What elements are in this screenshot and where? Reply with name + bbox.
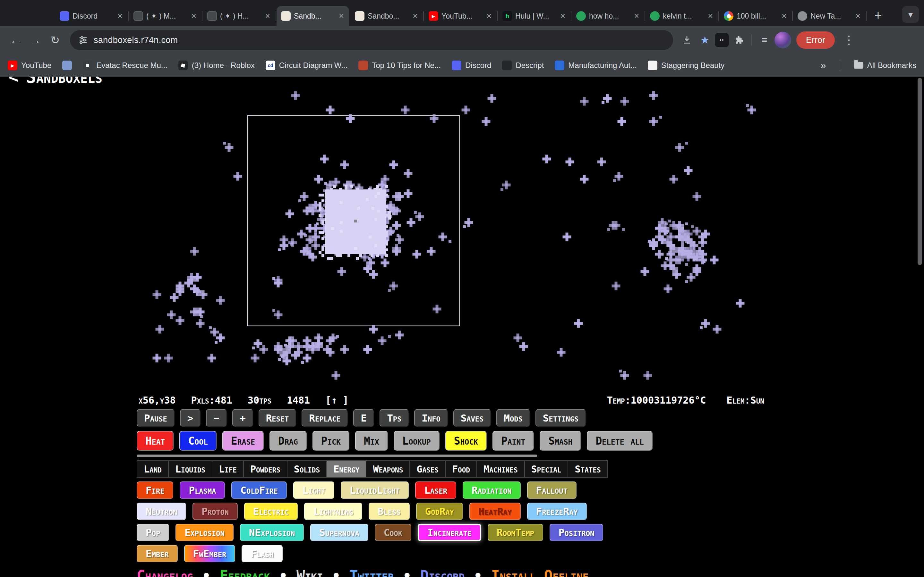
window-chevron-button[interactable]: ▾ <box>902 6 919 23</box>
control-button-info[interactable]: Info <box>414 409 447 427</box>
category-tab-solids[interactable]: Solids <box>287 460 327 478</box>
reload-button[interactable]: ↻ <box>46 31 64 49</box>
bookmark-item-4[interactable]: Circuit Diagram W... <box>266 61 347 70</box>
element-button-electric[interactable]: Electric <box>244 503 298 520</box>
control-button-settings[interactable]: Settings <box>535 409 586 427</box>
element-button-fwember[interactable]: FwEmber <box>184 545 236 562</box>
bookmark-item-8[interactable]: Manufacturing Aut... <box>555 61 636 70</box>
tab-close-icon[interactable]: × <box>264 11 271 21</box>
category-tab-land[interactable]: Land <box>137 460 169 478</box>
browser-tab-0[interactable]: Discord× <box>55 6 128 26</box>
page-vertical-scrollbar[interactable] <box>918 78 922 265</box>
tools-horizontal-scrollbar[interactable] <box>137 455 537 457</box>
tool-button-pick[interactable]: Pick <box>312 431 349 451</box>
tab-close-icon[interactable]: × <box>117 11 123 21</box>
tab-close-icon[interactable]: × <box>707 11 714 21</box>
element-button-nexplosion[interactable]: NExplosion <box>240 524 304 541</box>
browser-tab-1[interactable]: ( ✦ ) M...× <box>129 6 202 26</box>
control-button-replace[interactable]: Replace <box>302 409 348 427</box>
address-bar[interactable]: sandboxels.r74n.com <box>70 30 673 50</box>
category-tab-powders[interactable]: Powders <box>243 460 288 478</box>
element-button-pop[interactable]: Pop <box>137 524 169 541</box>
browser-tab-3[interactable]: Sandb...× <box>276 6 349 26</box>
tab-close-icon[interactable]: × <box>412 11 418 21</box>
bookmark-star-icon[interactable]: ★ <box>697 32 713 48</box>
bookmarks-overflow-chevron[interactable]: » <box>821 60 826 71</box>
control-button--[interactable]: + <box>232 409 253 427</box>
save-indicator[interactable]: [↑ ] <box>325 395 349 406</box>
bookmark-item-2[interactable]: Evatac Rescue Mu... <box>83 61 167 70</box>
control-button-saves[interactable]: Saves <box>453 409 491 427</box>
site-settings-icon[interactable] <box>78 35 88 45</box>
browser-tab-9[interactable]: 100 bill...× <box>719 6 792 26</box>
tool-button-erase[interactable]: Erase <box>222 431 264 451</box>
tool-button-delete-all[interactable]: Delete all <box>587 431 653 451</box>
bookmark-item-5[interactable]: Top 10 Tips for Ne... <box>359 61 441 70</box>
browser-tab-7[interactable]: how ho...× <box>572 6 644 26</box>
footer-link-feedback[interactable]: Feedback <box>220 567 270 577</box>
category-tab-machines[interactable]: Machines <box>477 460 525 478</box>
media-controls-icon[interactable]: ≡ <box>756 32 772 48</box>
tool-button-shock[interactable]: Shock <box>445 431 487 451</box>
tab-close-icon[interactable]: × <box>559 11 566 21</box>
element-button-cook[interactable]: Cook <box>375 524 411 541</box>
all-bookmarks-button[interactable]: All Bookmarks <box>854 61 916 70</box>
bookmark-item-6[interactable]: Discord <box>452 61 491 70</box>
error-button[interactable]: Error <box>796 31 835 49</box>
back-arrow-icon[interactable]: < <box>8 77 19 85</box>
bookmark-item-0[interactable]: YouTube <box>8 61 51 70</box>
url-text[interactable]: sandboxels.r74n.com <box>94 35 178 45</box>
tab-close-icon[interactable]: × <box>486 11 492 21</box>
browser-tab-4[interactable]: Sandbo...× <box>351 6 423 26</box>
profile-avatar[interactable] <box>774 32 791 48</box>
control-button-mods[interactable]: Mods <box>496 409 530 427</box>
element-button-incinerate[interactable]: Incinerate <box>418 524 481 541</box>
extension-badge-icon[interactable]: •• <box>715 33 729 47</box>
category-tab-states[interactable]: States <box>567 460 607 478</box>
element-button-freezeray[interactable]: FreezeRay <box>527 503 587 520</box>
tool-button-drag[interactable]: Drag <box>270 431 306 451</box>
menu-kebab-icon[interactable]: ⋮ <box>840 33 858 47</box>
element-button-bless[interactable]: Bless <box>368 503 410 520</box>
footer-link-discord[interactable]: Discord <box>420 567 465 577</box>
element-button-liquidlight[interactable]: LiquidLight <box>341 482 409 499</box>
element-button-neutron[interactable]: Neutron <box>137 503 186 520</box>
game-canvas[interactable] <box>137 78 779 391</box>
element-button-godray[interactable]: GodRay <box>416 503 463 520</box>
install-download-icon[interactable] <box>679 32 695 48</box>
tab-close-icon[interactable]: × <box>633 11 640 21</box>
element-button-proton[interactable]: Proton <box>192 503 238 520</box>
tool-button-smash[interactable]: Smash <box>540 431 581 451</box>
bookmark-item-9[interactable]: Staggering Beauty <box>648 61 724 70</box>
control-button-tps[interactable]: Tps <box>380 409 409 427</box>
tab-close-icon[interactable]: × <box>191 11 197 21</box>
tab-close-icon[interactable]: × <box>855 11 861 21</box>
control-button-pause[interactable]: Pause <box>137 409 174 427</box>
element-button-light[interactable]: Light <box>293 482 334 499</box>
footer-link-install-offline[interactable]: Install Offline <box>491 567 588 577</box>
category-tab-special[interactable]: Special <box>524 460 569 478</box>
tool-button-paint[interactable]: Paint <box>493 431 534 451</box>
element-button-explosion[interactable]: Explosion <box>176 524 234 541</box>
element-button-fire[interactable]: Fire <box>137 482 173 499</box>
category-tab-liquids[interactable]: Liquids <box>168 460 212 478</box>
browser-tab-8[interactable]: kelvin t...× <box>646 6 718 26</box>
element-button-positron[interactable]: Positron <box>549 524 603 541</box>
footer-link-changelog[interactable]: Changelog <box>137 567 193 577</box>
back-button[interactable]: ← <box>6 31 24 49</box>
footer-link-twitter[interactable]: Twitter <box>349 567 394 577</box>
browser-tab-6[interactable]: Hulu | W...× <box>498 6 570 26</box>
element-button-supernova[interactable]: Supernova <box>310 524 368 541</box>
element-button-laser[interactable]: Laser <box>415 482 456 499</box>
element-button-heatray[interactable]: HeatRay <box>469 503 521 520</box>
category-tab-energy[interactable]: Energy <box>326 460 367 478</box>
control-button--[interactable]: − <box>206 409 227 427</box>
category-tab-life[interactable]: Life <box>212 460 244 478</box>
tab-close-icon[interactable]: × <box>781 11 787 21</box>
new-tab-button[interactable]: + <box>869 7 887 24</box>
forward-button[interactable]: → <box>26 31 44 49</box>
element-button-coldfire[interactable]: ColdFire <box>231 482 287 499</box>
tool-button-heat[interactable]: Heat <box>137 431 174 451</box>
tab-close-icon[interactable]: × <box>338 11 344 21</box>
element-button-radiation[interactable]: Radiation <box>463 482 521 499</box>
